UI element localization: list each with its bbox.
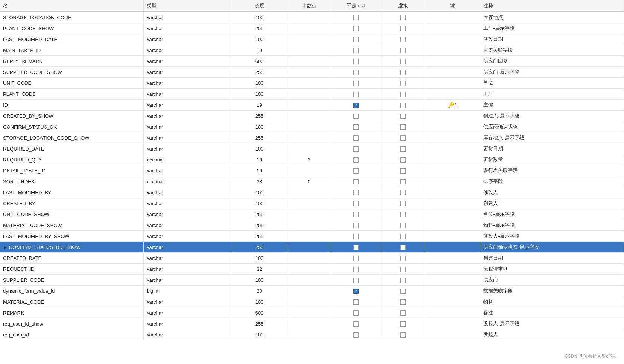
notnull-checkbox[interactable] xyxy=(353,256,359,261)
cell-virtual[interactable] xyxy=(381,187,425,198)
table-row[interactable]: UNIT_CODEvarchar100单位 xyxy=(0,78,624,89)
table-row[interactable]: PLANT_CODEvarchar100工厂 xyxy=(0,89,624,100)
cell-virtual[interactable] xyxy=(381,209,425,220)
notnull-checkbox[interactable] xyxy=(353,267,359,272)
notnull-checkbox[interactable] xyxy=(353,212,359,217)
virtual-checkbox[interactable] xyxy=(400,168,406,174)
virtual-checkbox[interactable] xyxy=(400,190,406,195)
virtual-checkbox[interactable] xyxy=(400,157,406,163)
notnull-checkbox[interactable] xyxy=(353,124,359,130)
cell-virtual[interactable] xyxy=(381,296,425,307)
virtual-checkbox[interactable] xyxy=(400,256,406,261)
virtual-checkbox[interactable] xyxy=(400,245,406,250)
table-row[interactable]: REQUIRED_DATEvarchar100要货日期 xyxy=(0,143,624,154)
virtual-checkbox[interactable] xyxy=(400,103,406,108)
notnull-checkbox[interactable] xyxy=(353,26,359,31)
cell-notnull[interactable] xyxy=(331,100,381,111)
table-row[interactable]: MATERIAL_CODEvarchar100物料 xyxy=(0,296,624,307)
virtual-checkbox[interactable] xyxy=(400,37,406,42)
virtual-checkbox[interactable] xyxy=(400,321,406,327)
cell-virtual[interactable] xyxy=(381,111,425,121)
table-row[interactable]: SUPPLIER_CODE_SHOWvarchar255供应商-展示字段 xyxy=(0,67,624,78)
notnull-checkbox[interactable] xyxy=(353,332,359,338)
cell-virtual[interactable] xyxy=(381,121,425,132)
cell-notnull[interactable] xyxy=(331,132,381,143)
table-row[interactable]: LAST_MODIFIED_BY_SHOWvarchar255修改人-展示字段 xyxy=(0,231,624,242)
cell-virtual[interactable] xyxy=(381,329,425,340)
notnull-checkbox[interactable] xyxy=(353,278,359,283)
cell-notnull[interactable] xyxy=(331,176,381,187)
virtual-checkbox[interactable] xyxy=(400,223,406,228)
notnull-checkbox[interactable] xyxy=(353,114,359,119)
virtual-checkbox[interactable] xyxy=(400,146,406,152)
cell-notnull[interactable] xyxy=(331,329,381,340)
cell-virtual[interactable] xyxy=(381,198,425,209)
table-row[interactable]: dynamic_form_value_idbigint20数据关联字段 xyxy=(0,286,624,296)
table-row[interactable]: CREATED_BYvarchar100创建人 xyxy=(0,198,624,209)
table-row[interactable]: STORAGE_LOCATION_CODE_SHOWvarchar255库存地点… xyxy=(0,132,624,143)
virtual-checkbox[interactable] xyxy=(400,81,406,86)
virtual-checkbox[interactable] xyxy=(400,92,406,97)
table-row[interactable]: PLANT_CODE_SHOWvarchar255工厂-展示字段 xyxy=(0,23,624,34)
notnull-checkbox[interactable] xyxy=(353,48,359,53)
cell-virtual[interactable] xyxy=(381,34,425,45)
table-row[interactable]: req_user_id_showvarchar255发起人-展示字段 xyxy=(0,318,624,329)
notnull-checkbox[interactable] xyxy=(353,92,359,97)
notnull-checkbox[interactable] xyxy=(353,299,359,305)
virtual-checkbox[interactable] xyxy=(400,114,406,119)
table-row[interactable]: REQUIRED_QTYdecimal193要货数量 xyxy=(0,154,624,165)
cell-virtual[interactable] xyxy=(381,78,425,89)
notnull-checkbox[interactable] xyxy=(353,59,359,64)
table-row[interactable]: req_user_idvarchar100发起人 xyxy=(0,329,624,340)
cell-notnull[interactable] xyxy=(331,78,381,89)
cell-notnull[interactable] xyxy=(331,220,381,231)
virtual-checkbox[interactable] xyxy=(400,70,406,75)
table-row[interactable]: LAST_MODIFIED_DATEvarchar100修改日期 xyxy=(0,34,624,45)
cell-notnull[interactable] xyxy=(331,242,381,253)
virtual-checkbox[interactable] xyxy=(400,48,406,53)
notnull-checkbox[interactable] xyxy=(353,190,359,195)
virtual-checkbox[interactable] xyxy=(400,124,406,130)
notnull-checkbox[interactable] xyxy=(353,234,359,239)
cell-notnull[interactable] xyxy=(331,143,381,154)
table-row[interactable]: DETAIL_TABLE_IDvarchar19多行表关联字段 xyxy=(0,165,624,176)
table-row[interactable]: REQUEST_IDvarchar32流程请求Id xyxy=(0,264,624,275)
cell-notnull[interactable] xyxy=(331,67,381,78)
notnull-checkbox[interactable] xyxy=(353,103,359,108)
cell-virtual[interactable] xyxy=(381,231,425,242)
cell-notnull[interactable] xyxy=(331,12,381,23)
cell-virtual[interactable] xyxy=(381,45,425,56)
cell-virtual[interactable] xyxy=(381,264,425,275)
table-row[interactable]: STORAGE_LOCATION_CODEvarchar100库存地点 xyxy=(0,12,624,23)
virtual-checkbox[interactable] xyxy=(400,234,406,239)
virtual-checkbox[interactable] xyxy=(400,332,406,338)
virtual-checkbox[interactable] xyxy=(400,310,406,316)
cell-virtual[interactable] xyxy=(381,56,425,67)
cell-virtual[interactable] xyxy=(381,165,425,176)
cell-virtual[interactable] xyxy=(381,67,425,78)
cell-notnull[interactable] xyxy=(331,187,381,198)
notnull-checkbox[interactable] xyxy=(353,289,359,294)
table-row[interactable]: UNIT_CODE_SHOWvarchar255单位-展示字段 xyxy=(0,209,624,220)
cell-virtual[interactable] xyxy=(381,307,425,318)
cell-virtual[interactable] xyxy=(381,132,425,143)
cell-virtual[interactable] xyxy=(381,12,425,23)
cell-virtual[interactable] xyxy=(381,286,425,296)
cell-notnull[interactable] xyxy=(331,318,381,329)
cell-virtual[interactable] xyxy=(381,253,425,264)
virtual-checkbox[interactable] xyxy=(400,59,406,64)
cell-notnull[interactable] xyxy=(331,56,381,67)
notnull-checkbox[interactable] xyxy=(353,37,359,42)
virtual-checkbox[interactable] xyxy=(400,201,406,206)
cell-virtual[interactable] xyxy=(381,242,425,253)
cell-virtual[interactable] xyxy=(381,23,425,34)
virtual-checkbox[interactable] xyxy=(400,26,406,31)
table-row[interactable]: CREATED_BY_SHOWvarchar255创建人-展示字段 xyxy=(0,111,624,121)
table-row[interactable]: SORT_INDEXdecimal380排序字段 xyxy=(0,176,624,187)
cell-notnull[interactable] xyxy=(331,154,381,165)
cell-notnull[interactable] xyxy=(331,121,381,132)
table-row[interactable]: REMARKvarchar600备注 xyxy=(0,307,624,318)
notnull-checkbox[interactable] xyxy=(353,310,359,316)
notnull-checkbox[interactable] xyxy=(353,223,359,228)
cell-virtual[interactable] xyxy=(381,176,425,187)
